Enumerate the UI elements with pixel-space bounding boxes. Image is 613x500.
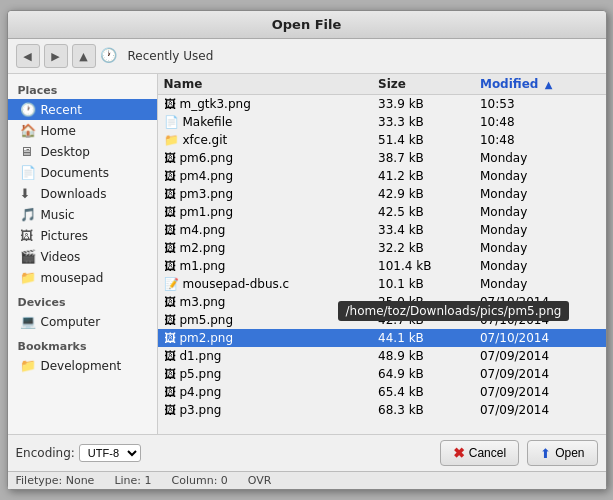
bookmarks-label: Bookmarks xyxy=(8,336,157,355)
table-row[interactable]: 🖼pm6.png38.7 kBMonday xyxy=(158,149,606,167)
table-row[interactable]: 🖼d1.png48.9 kB07/09/2014 xyxy=(158,347,606,365)
sidebar-item-development[interactable]: 📁 Development xyxy=(8,355,157,376)
file-name-cell: 🖼p3.png xyxy=(158,401,373,419)
file-type-icon: 📁 xyxy=(164,133,179,147)
open-button[interactable]: ⬆ Open xyxy=(527,440,597,466)
col-modified[interactable]: Modified ▲ xyxy=(474,74,606,95)
file-size-cell: 42.5 kB xyxy=(372,203,474,221)
desktop-icon: 🖥 xyxy=(20,144,36,159)
sidebar-item-development-label: Development xyxy=(41,359,122,373)
sidebar-item-videos-label: Videos xyxy=(41,250,81,264)
file-name-cell: 🖼pm5.png xyxy=(158,311,373,329)
pictures-icon: 🖼 xyxy=(20,228,36,243)
encoding-label: Encoding: xyxy=(16,446,75,460)
file-table[interactable]: Name Size Modified ▲ 🖼m_gtk3.png33.9 kB1… xyxy=(158,74,606,434)
table-row[interactable]: 📁xfce.git51.4 kB10:48 xyxy=(158,131,606,149)
file-modified-cell: 07/10/2014 xyxy=(474,293,606,311)
file-type-icon: 🖼 xyxy=(164,367,176,381)
file-type-icon: 🖼 xyxy=(164,259,176,273)
sidebar-item-mousepad-label: mousepad xyxy=(41,271,104,285)
table-row[interactable]: 📄Makefile33.3 kB10:48 xyxy=(158,113,606,131)
table-row[interactable]: 🖼pm2.png44.1 kB07/10/2014 xyxy=(158,329,606,347)
sidebar-item-downloads[interactable]: ⬇ Downloads xyxy=(8,183,157,204)
nav-up-button[interactable]: ▲ xyxy=(72,44,96,68)
file-modified-cell: Monday xyxy=(474,221,606,239)
file-modified-cell: 07/09/2014 xyxy=(474,347,606,365)
file-name-cell: 🖼pm2.png xyxy=(158,329,373,347)
places-label: Places xyxy=(8,80,157,99)
development-icon: 📁 xyxy=(20,358,36,373)
col-size[interactable]: Size xyxy=(372,74,474,95)
encoding-select[interactable]: UTF-8 xyxy=(79,444,141,462)
music-icon: 🎵 xyxy=(20,207,36,222)
table-row[interactable]: 🖼m2.png32.2 kBMonday xyxy=(158,239,606,257)
file-modified-cell: 07/10/2014 xyxy=(474,311,606,329)
sidebar-item-documents[interactable]: 📄 Documents xyxy=(8,162,157,183)
table-row[interactable]: 🖼p3.png68.3 kB07/09/2014 xyxy=(158,401,606,419)
table-row[interactable]: 🖼m3.png25.0 kB07/10/2014 xyxy=(158,293,606,311)
file-name-cell: 📝mousepad-dbus.c xyxy=(158,275,373,293)
videos-icon: 🎬 xyxy=(20,249,36,264)
file-type-icon: 🖼 xyxy=(164,403,176,417)
recently-used-icon: 🕐 xyxy=(100,47,118,65)
table-row[interactable]: 🖼pm5.png42.7 kB07/10/2014 xyxy=(158,311,606,329)
file-name-text: m_gtk3.png xyxy=(180,97,251,111)
file-name-text: p3.png xyxy=(180,403,222,417)
table-row[interactable]: 🖼m_gtk3.png33.9 kB10:53 xyxy=(158,95,606,114)
sidebar-item-mousepad[interactable]: 📁 mousepad xyxy=(8,267,157,288)
sidebar-item-recent-label: Recent xyxy=(41,103,82,117)
file-size-cell: 33.3 kB xyxy=(372,113,474,131)
sidebar-item-videos[interactable]: 🎬 Videos xyxy=(8,246,157,267)
nav-forward-button[interactable]: ▶ xyxy=(44,44,68,68)
file-type-icon: 🖼 xyxy=(164,313,176,327)
sidebar-item-computer[interactable]: 💻 Computer xyxy=(8,311,157,332)
file-size-cell: 44.1 kB xyxy=(372,329,474,347)
col-name[interactable]: Name xyxy=(158,74,373,95)
file-name-text: m2.png xyxy=(180,241,226,255)
file-name-cell: 🖼m4.png xyxy=(158,221,373,239)
filetype-status: Filetype: None xyxy=(16,474,95,487)
mode-status: OVR xyxy=(248,474,272,487)
file-type-icon: 🖼 xyxy=(164,349,176,363)
sidebar-item-home[interactable]: 🏠 Home xyxy=(8,120,157,141)
dialog-title: Open File xyxy=(8,11,606,39)
table-row[interactable]: 🖼p5.png64.9 kB07/09/2014 xyxy=(158,365,606,383)
file-name-cell: 🖼p4.png xyxy=(158,383,373,401)
cancel-button[interactable]: ✖ Cancel xyxy=(440,440,519,466)
table-row[interactable]: 🖼p4.png65.4 kB07/09/2014 xyxy=(158,383,606,401)
sidebar-item-desktop[interactable]: 🖥 Desktop xyxy=(8,141,157,162)
table-row[interactable]: 🖼m1.png101.4 kBMonday xyxy=(158,257,606,275)
file-modified-cell: 10:48 xyxy=(474,113,606,131)
sidebar-item-pictures[interactable]: 🖼 Pictures xyxy=(8,225,157,246)
sidebar-item-music[interactable]: 🎵 Music xyxy=(8,204,157,225)
file-modified-cell: 07/10/2014 xyxy=(474,329,606,347)
cancel-label: Cancel xyxy=(469,446,506,460)
file-type-icon: 🖼 xyxy=(164,205,176,219)
file-modified-cell: Monday xyxy=(474,167,606,185)
table-row[interactable]: 🖼pm4.png41.2 kBMonday xyxy=(158,167,606,185)
file-modified-cell: Monday xyxy=(474,239,606,257)
table-row[interactable]: 🖼pm1.png42.5 kBMonday xyxy=(158,203,606,221)
file-name-cell: 🖼pm4.png xyxy=(158,167,373,185)
sidebar-item-recent[interactable]: 🕐 Recent xyxy=(8,99,157,120)
file-name-text: d1.png xyxy=(180,349,222,363)
cancel-icon: ✖ xyxy=(453,445,465,461)
file-name-cell: 🖼m3.png xyxy=(158,293,373,311)
breadcrumb: Recently Used xyxy=(122,47,220,65)
file-size-cell: 42.9 kB xyxy=(372,185,474,203)
file-type-icon: 🖼 xyxy=(164,223,176,237)
column-status: Column: 0 xyxy=(172,474,228,487)
file-size-cell: 64.9 kB xyxy=(372,365,474,383)
table-row[interactable]: 🖼m4.png33.4 kBMonday xyxy=(158,221,606,239)
table-row[interactable]: 📝mousepad-dbus.c10.1 kBMonday xyxy=(158,275,606,293)
file-name-text: pm3.png xyxy=(180,187,234,201)
file-area: Name Size Modified ▲ 🖼m_gtk3.png33.9 kB1… xyxy=(158,74,606,434)
file-name-cell: 🖼pm6.png xyxy=(158,149,373,167)
nav-back-button[interactable]: ◀ xyxy=(16,44,40,68)
table-row[interactable]: 🖼pm3.png42.9 kBMonday xyxy=(158,185,606,203)
bottom-area: Encoding: UTF-8 ✖ Cancel ⬆ Open xyxy=(8,434,606,471)
file-type-icon: 🖼 xyxy=(164,295,176,309)
file-type-icon: 📄 xyxy=(164,115,179,129)
sidebar-item-computer-label: Computer xyxy=(41,315,101,329)
sidebar-item-desktop-label: Desktop xyxy=(41,145,91,159)
